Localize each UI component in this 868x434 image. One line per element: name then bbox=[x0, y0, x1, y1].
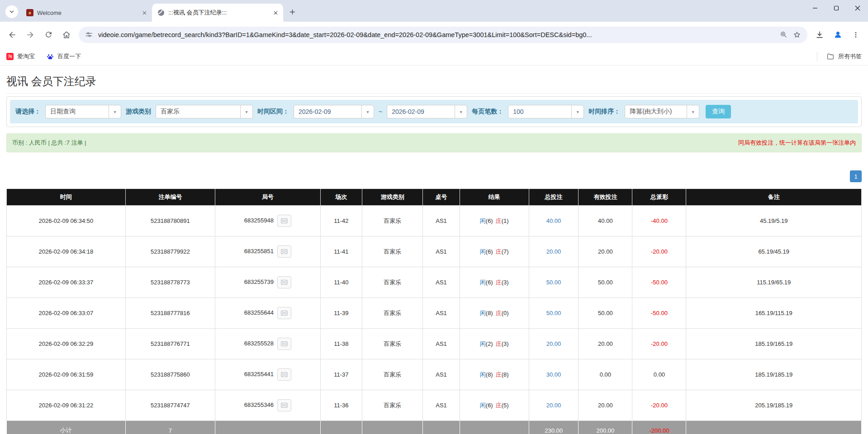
banker-result: 庄 bbox=[496, 340, 502, 347]
home-button[interactable] bbox=[58, 26, 75, 43]
bookmark-label: 爱淘宝 bbox=[17, 52, 35, 61]
profile-button[interactable] bbox=[829, 26, 846, 43]
video-replay-button[interactable] bbox=[277, 307, 291, 319]
cell-total-bet[interactable]: 50.00 bbox=[529, 267, 579, 298]
cell-total-bet[interactable]: 40.00 bbox=[529, 206, 579, 236]
video-replay-button[interactable] bbox=[277, 338, 291, 350]
round-number: 683255851 bbox=[244, 248, 274, 255]
bet-record-table: 时间注单编号局号场次游戏类别桌号结果总投注有效投注总派彩备注 2026-02-0… bbox=[6, 189, 862, 434]
date-end-value: 2026-02-09 bbox=[387, 108, 455, 115]
cell-total-bet[interactable]: 20.00 bbox=[529, 390, 579, 421]
minimize-button[interactable] bbox=[804, 0, 825, 16]
tab-welcome[interactable]: ♠ Welcome bbox=[21, 4, 152, 22]
video-replay-button[interactable] bbox=[277, 245, 291, 258]
person-icon bbox=[833, 30, 843, 39]
date-start-input[interactable]: 2026-02-09 bbox=[294, 105, 374, 118]
cell-total-bet[interactable]: 30.00 bbox=[529, 359, 579, 390]
cell-round-number: 683255739 bbox=[215, 267, 320, 298]
cell-payout: -50.00 bbox=[632, 298, 686, 329]
banker-score: (0) bbox=[502, 310, 509, 316]
video-replay-button[interactable] bbox=[277, 399, 291, 411]
round-number: 683255346 bbox=[244, 401, 274, 408]
close-icon[interactable] bbox=[271, 9, 280, 17]
cell-total-bet[interactable]: 50.00 bbox=[529, 298, 579, 329]
new-tab-button[interactable] bbox=[286, 5, 299, 18]
cell-total-bet[interactable]: 20.00 bbox=[529, 236, 579, 267]
currency-total-text: 币别 : 人民币 | 总共 :7 注单 | bbox=[12, 139, 86, 147]
subtotal-row: 小计 7 230.00 200.00 -200.00 bbox=[7, 421, 862, 434]
tab-search-button[interactable] bbox=[5, 5, 18, 18]
cell-payout: -20.00 bbox=[632, 390, 686, 421]
site-settings-tune-icon[interactable] bbox=[85, 31, 93, 38]
video-replay-button[interactable] bbox=[277, 276, 291, 288]
zoom-magnifier-icon[interactable] bbox=[780, 31, 787, 38]
column-header: 场次 bbox=[320, 189, 362, 206]
baidu-paw-icon bbox=[47, 53, 54, 60]
downloads-button[interactable] bbox=[811, 26, 828, 43]
cell-time: 2026-02-09 06:32:29 bbox=[7, 329, 126, 359]
cell-payout: -20.00 bbox=[632, 236, 686, 267]
bookmark-star-icon[interactable] bbox=[793, 31, 801, 39]
cell-session: 11-38 bbox=[320, 329, 362, 359]
cell-game-kind: 百家乐 bbox=[362, 236, 423, 267]
url-text[interactable]: videoie.com/game/betrecord_search/kind3?… bbox=[98, 31, 774, 38]
cell-table-number: AS1 bbox=[423, 329, 460, 359]
search-button[interactable]: 查询 bbox=[706, 105, 731, 118]
window-controls bbox=[804, 0, 868, 16]
bookmark-baidu[interactable]: 百度一下 bbox=[47, 52, 81, 61]
banker-score: (3) bbox=[502, 279, 509, 286]
banker-score: (8) bbox=[502, 371, 509, 378]
cell-session: 11-42 bbox=[320, 206, 362, 236]
address-bar[interactable]: videoie.com/game/betrecord_search/kind3?… bbox=[79, 27, 807, 43]
close-window-button[interactable] bbox=[847, 0, 868, 16]
cell-game-kind: 百家乐 bbox=[362, 298, 423, 329]
column-header: 时间 bbox=[7, 189, 126, 206]
sort-label: 时间排序： bbox=[588, 108, 620, 116]
player-score: (6) bbox=[486, 279, 493, 286]
reload-button[interactable] bbox=[40, 26, 57, 43]
bookmark-taobao[interactable]: 淘 爱淘宝 bbox=[6, 52, 35, 61]
cell-game-kind: 百家乐 bbox=[362, 329, 423, 359]
round-number: 683255528 bbox=[244, 340, 274, 347]
per-page-label: 每页笔数： bbox=[472, 108, 503, 116]
caret-down-icon bbox=[455, 105, 467, 118]
query-type-label: 请选择： bbox=[15, 108, 41, 116]
cell-payout: -20.00 bbox=[632, 329, 686, 359]
video-replay-button[interactable] bbox=[277, 215, 291, 227]
game-kind-select[interactable]: 百家乐 bbox=[156, 105, 253, 118]
cell-bet-number: 523188778773 bbox=[125, 267, 215, 298]
empty-cell bbox=[320, 421, 362, 434]
menu-button[interactable] bbox=[847, 26, 864, 43]
sort-value: 降冪(由大到小) bbox=[625, 108, 687, 116]
cell-game-kind: 百家乐 bbox=[362, 390, 423, 421]
video-replay-button[interactable] bbox=[277, 368, 291, 381]
filter-bar: 请选择： 日期查询 游戏类别 百家乐 时间区间： 2026-02-09 ~ 20… bbox=[10, 100, 858, 123]
divider bbox=[6, 93, 862, 94]
cell-payout: 0.00 bbox=[632, 359, 686, 390]
summary-notice-text: 同局有效投注，统一计算在该局第一张注单内 bbox=[738, 139, 856, 147]
query-type-select[interactable]: 日期查询 bbox=[45, 105, 121, 118]
cell-note: 115.19/65.19 bbox=[686, 267, 862, 298]
cell-time: 2026-02-09 06:31:59 bbox=[7, 359, 126, 390]
summary-count: 7 bbox=[125, 421, 215, 434]
cell-valid-bet: 20.00 bbox=[579, 236, 632, 267]
cell-total-bet[interactable]: 20.00 bbox=[529, 329, 579, 359]
back-button[interactable] bbox=[4, 26, 21, 43]
page-1-button[interactable]: 1 bbox=[850, 170, 862, 182]
tab-bet-record[interactable]: :::视讯 会员下注纪录::: bbox=[152, 4, 283, 22]
banker-score: (1) bbox=[502, 217, 509, 224]
all-bookmarks-button[interactable]: 所有书签 bbox=[817, 52, 862, 61]
per-page-select[interactable]: 100 bbox=[508, 105, 584, 118]
cell-note: 185.19/165.19 bbox=[686, 329, 862, 359]
page-title: 视讯 会员下注纪录 bbox=[6, 74, 862, 89]
column-header: 游戏类别 bbox=[362, 189, 423, 206]
chevron-down-icon bbox=[9, 9, 15, 15]
close-icon[interactable] bbox=[140, 9, 148, 17]
download-icon bbox=[815, 30, 824, 39]
globe-icon bbox=[157, 9, 165, 16]
cell-result: 闲(6)庄(3) bbox=[460, 267, 529, 298]
maximize-button[interactable] bbox=[825, 0, 847, 16]
date-end-input[interactable]: 2026-02-09 bbox=[387, 105, 467, 118]
sort-select[interactable]: 降冪(由大到小) bbox=[625, 105, 699, 118]
forward-button[interactable] bbox=[22, 26, 39, 43]
